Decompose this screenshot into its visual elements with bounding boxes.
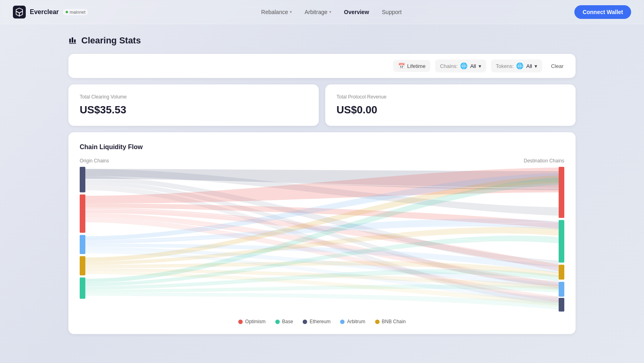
svg-rect-14 xyxy=(559,298,564,312)
svg-rect-8 xyxy=(80,256,85,275)
svg-rect-1 xyxy=(69,39,71,43)
total-clearing-volume-card: Total Clearing Volume US$35.53 xyxy=(68,84,319,126)
stats-row: Total Clearing Volume US$35.53 Total Pro… xyxy=(68,84,576,126)
clear-button[interactable]: Clear xyxy=(547,61,568,72)
flow-section: Chain Liquidity Flow Origin Chains Desti… xyxy=(68,132,576,334)
nav-arbitrage[interactable]: Arbitrage ▾ xyxy=(305,9,331,15)
chevron-down-icon: ▾ xyxy=(535,63,537,69)
total-protocol-revenue-card: Total Protocol Revenue US$0.00 xyxy=(325,84,576,126)
logo-badge: mainnet xyxy=(63,9,88,15)
svg-rect-3 xyxy=(74,39,76,43)
arbitrum-color-dot xyxy=(340,320,345,324)
chevron-down-icon: ▾ xyxy=(290,10,292,14)
globe-icon: 🌐 xyxy=(516,62,524,70)
legend-item-bnb: BNB Chain xyxy=(375,319,406,324)
page-title: Clearing Stats xyxy=(81,35,141,46)
legend-item-ethereum: Ethereum xyxy=(303,319,330,324)
svg-rect-6 xyxy=(80,195,85,233)
calendar-icon: 📅 xyxy=(398,63,405,69)
svg-rect-10 xyxy=(559,167,564,218)
nav-support[interactable]: Support xyxy=(382,9,402,15)
flow-title: Chain Liquidity Flow xyxy=(80,144,564,151)
bnb-color-dot xyxy=(375,320,380,324)
sankey-chart xyxy=(80,167,564,312)
chains-filter-button[interactable]: Chains: 🌐 All ▾ xyxy=(435,59,486,72)
legend-item-arbitrum: Arbitrum xyxy=(340,319,365,324)
nav-overview[interactable]: Overview xyxy=(344,9,369,15)
connect-wallet-button[interactable]: Connect Wallet xyxy=(574,5,631,19)
svg-rect-11 xyxy=(559,220,564,263)
chevron-down-icon: ▾ xyxy=(479,63,481,69)
logo-name: Everclear xyxy=(30,8,59,16)
svg-rect-5 xyxy=(80,167,85,193)
total-protocol-revenue-value: US$0.00 xyxy=(336,104,564,116)
chart-legend: Optimism Base Ethereum Arbitrum BNB Chai… xyxy=(80,319,564,324)
logo-area: Everclear mainnet xyxy=(13,6,88,18)
optimism-color-dot xyxy=(238,320,243,324)
sankey-svg xyxy=(80,167,564,312)
page-title-row: Clearing Stats xyxy=(68,35,576,46)
svg-rect-0 xyxy=(13,6,26,18)
legend-item-optimism: Optimism xyxy=(238,319,266,324)
everclear-logo-icon xyxy=(13,6,26,18)
clearing-stats-icon xyxy=(68,36,77,45)
tokens-filter-button[interactable]: Tokens: 🌐 All ▾ xyxy=(491,59,542,72)
svg-rect-2 xyxy=(72,37,73,43)
lifetime-filter-button[interactable]: 📅 Lifetime xyxy=(393,60,431,72)
svg-rect-7 xyxy=(80,235,85,254)
svg-rect-9 xyxy=(80,277,85,299)
main-nav: Rebalance ▾ Arbitrage ▾ Overview Support xyxy=(261,9,402,15)
ethereum-color-dot xyxy=(303,320,307,324)
main-content: Clearing Stats 📅 Lifetime Chains: 🌐 All … xyxy=(0,24,644,345)
svg-rect-13 xyxy=(559,282,564,297)
origin-chains-label: Origin Chains xyxy=(80,158,109,164)
header: Everclear mainnet Rebalance ▾ Arbitrage … xyxy=(0,0,644,24)
globe-icon: 🌐 xyxy=(460,62,468,70)
total-clearing-volume-value: US$35.53 xyxy=(80,104,308,116)
filter-bar: 📅 Lifetime Chains: 🌐 All ▾ Tokens: 🌐 All… xyxy=(68,54,576,78)
total-protocol-revenue-label: Total Protocol Revenue xyxy=(336,94,564,100)
legend-item-base: Base xyxy=(275,319,293,324)
destination-chains-label: Destination Chains xyxy=(524,158,564,164)
total-clearing-volume-label: Total Clearing Volume xyxy=(80,94,308,100)
chevron-down-icon: ▾ xyxy=(329,10,331,14)
base-color-dot xyxy=(275,320,280,324)
badge-dot xyxy=(66,11,68,13)
svg-rect-12 xyxy=(559,265,564,280)
flow-axis-labels: Origin Chains Destination Chains xyxy=(80,158,564,164)
nav-rebalance[interactable]: Rebalance ▾ xyxy=(261,9,292,15)
